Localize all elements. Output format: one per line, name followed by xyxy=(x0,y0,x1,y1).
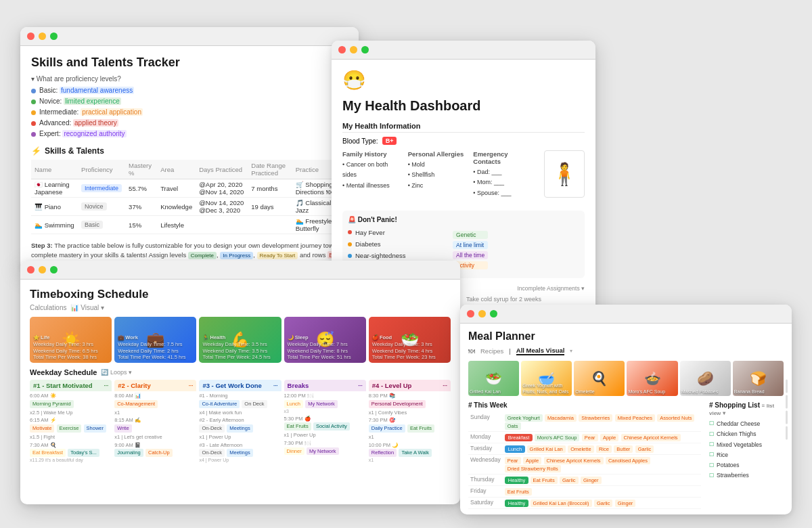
photo-health: 💪 🏃 Health Weekday Daily Time: 3.5 hrs W… xyxy=(199,317,281,363)
maximize-btn-win1[interactable] xyxy=(50,32,58,40)
body-diagram: 🧍 xyxy=(544,150,585,198)
week-row-thursday: Thursday Healthy Eat Fruits Garlic Ginge… xyxy=(468,475,701,486)
photo-sleep: 😴 🌙 Sleep Weekday Daily Time: 7 hrs Week… xyxy=(284,317,366,363)
meal-title: Meal Planner xyxy=(468,330,784,343)
col5-header: #4 - Level Up ··· xyxy=(369,380,451,391)
week-row-sunday: Sunday Greek Yoghurt Macadamia Strawberr… xyxy=(468,412,701,432)
schedule-cols: #1 - Start Motivated ··· 6:00 AM ☀️ Morn… xyxy=(30,380,451,464)
family-history-col: Family History xyxy=(342,150,403,158)
timeboxing-window: Timeboxing Schedule Calculations 📊 Visua… xyxy=(20,261,460,504)
close-btn-win2[interactable] xyxy=(338,46,346,53)
health-info-section: My Health Information Blood Type: B+ Fam… xyxy=(342,122,585,278)
sched-col-4: Breaks ··· 12:00 PM 🍽️ Lunch My Network … xyxy=(284,380,366,464)
allergies-col: Personal Allergies xyxy=(408,150,468,158)
vitruvian-placeholder: Family History • Cancer on both sides • … xyxy=(342,150,533,205)
minimize-btn-win1[interactable] xyxy=(39,32,46,40)
level-intermediate: Intermediate: practical application xyxy=(31,107,348,118)
shop-item-2: ☐ Chicken Thighs xyxy=(709,429,784,439)
level-expert: Expert: recognized authority xyxy=(31,129,348,139)
recipe-2: 🥣 Greek Yoghurt with Fruits, Nuts, and O… xyxy=(521,361,572,396)
shop-item-4: ☐ Rice xyxy=(709,450,784,460)
win4-content: Meal Planner 🍽 Recipes | All Meals Visua… xyxy=(460,324,792,514)
photo-grid: ☀️ ⭐ Life Weekday Daily Time: 3 hrs Week… xyxy=(30,317,451,363)
sched-col-2: #2 - Clarity ··· 8:00 AM 📊 Co-Management… xyxy=(114,380,196,464)
week-row-monday: Monday Breakfast Moro's AFC Soup Pear Ap… xyxy=(468,432,701,443)
recipe-photos: 🥗 Grilled Kai Lan 🥣 Greek Yoghurt with F… xyxy=(468,361,784,396)
skills-tracker-window: Skills and Talents Tracker ▾ What are pr… xyxy=(20,27,359,271)
this-week-section: # This Week Sunday Greek Yoghurt Macadam… xyxy=(468,401,701,514)
win1-title: Skills and Talents Tracker xyxy=(31,56,348,70)
skill-row-piano: 🎹 Piano Novice 37%Knowledge @Nov 14, 202… xyxy=(31,198,348,216)
col4-header: Breaks ··· xyxy=(284,380,366,391)
proficiency-question: ▾ What are proficiency levels? xyxy=(31,75,348,83)
proficiency-section: ▾ What are proficiency levels? Basic: fu… xyxy=(31,75,348,139)
close-btn-win4[interactable] xyxy=(467,310,474,317)
blood-type: Blood Type: B+ xyxy=(342,137,585,145)
shop-item-3: ☐ Mixed Vegetables xyxy=(709,440,784,450)
maximize-btn-win3[interactable] xyxy=(50,266,58,273)
close-btn-win1[interactable] xyxy=(27,32,35,40)
level-novice: Novice: limited experience xyxy=(31,96,348,107)
shopping-title: # Shopping List ≡ list view ▾ xyxy=(709,401,784,416)
minimize-btn-win3[interactable] xyxy=(39,266,46,273)
health-info-title: My Health Information xyxy=(342,122,585,133)
week-table: Sunday Greek Yoghurt Macadamia Strawberr… xyxy=(468,412,701,509)
week-row-wednesday: Wednesday Pear Apple Chinese Apricot Ker… xyxy=(468,455,701,475)
col2-header: #2 - Clarity ··· xyxy=(114,380,196,391)
skill-row-japanese: 🇯🇵 Learning Japanese Intermediate 55.7%T… xyxy=(31,179,348,198)
sched-col-5: #4 - Level Up ··· 8:30 PM 📚 Personal Dev… xyxy=(369,380,451,464)
health-title: My Health Dashboard xyxy=(342,98,585,114)
meal-planner-window: Meal Planner 🍽 Recipes | All Meals Visua… xyxy=(460,305,792,514)
recipe-1: 🥗 Grilled Kai Lan xyxy=(468,361,519,396)
col3-header: #3 - Get Work Done ··· xyxy=(199,380,281,391)
recipe-3: 🍳 Omelette xyxy=(574,361,625,396)
shopping-section: # Shopping List ≡ list view ▾ ☐ Cheddar … xyxy=(709,401,784,514)
skill-row-swimming: 🏊 Swimming Basic 15%Lifestyle 🏊 Freestyl… xyxy=(31,216,348,234)
win2-titlebar xyxy=(332,41,595,60)
blood-type-badge: B+ xyxy=(382,137,397,145)
sidebar-dots xyxy=(786,380,788,440)
win1-content: Skills and Talents Tracker ▾ What are pr… xyxy=(20,46,359,271)
sched-col-1: #1 - Start Motivated ··· 6:00 AM ☀️ Morn… xyxy=(30,380,112,464)
recipe-5: 🥔 Mashed Potatoes xyxy=(680,361,731,396)
shop-item-1: ☐ Cheddar Cheese xyxy=(709,419,784,429)
week-row-friday: Friday Eat Fruits xyxy=(468,486,701,498)
minimize-btn-win2[interactable] xyxy=(350,46,357,53)
shop-item-6: ☐ Strawberries xyxy=(709,470,784,481)
health-emoji: 😷 xyxy=(342,69,366,91)
shop-item-5: ☐ Potatoes xyxy=(709,460,784,470)
timebox-title: Timeboxing Schedule xyxy=(30,288,451,301)
meal-nav: 🍽 Recipes | All Meals Visual ▾ xyxy=(468,347,784,355)
recipe-6: 🍞 Banana Bread xyxy=(733,361,784,396)
close-btn-win3[interactable] xyxy=(27,266,35,273)
recipe-4: 🍲 Moro's AFC Soup xyxy=(627,361,677,396)
minimize-btn-win4[interactable] xyxy=(478,310,486,317)
win4-titlebar xyxy=(460,305,792,324)
skills-section-title: ⚡ Skills & Talents xyxy=(31,146,348,156)
timebox-subtitle: Calculations 📊 Visual ▾ xyxy=(30,304,451,311)
week-row-tuesday: Tuesday Lunch Grilled Kai Lan Omelette R… xyxy=(468,443,701,455)
week-title: # This Week xyxy=(468,401,701,409)
sched-col-3: #3 - Get Work Done ··· #1 - Morning Co-i… xyxy=(199,380,281,464)
photo-work: 💼 💼 Work Weekday Daily Time: 7.5 hrs Wee… xyxy=(114,317,196,363)
win1-titlebar xyxy=(20,27,359,46)
photo-life: ☀️ ⭐ Life Weekday Daily Time: 3 hrs Week… xyxy=(30,317,112,363)
maximize-btn-win4[interactable] xyxy=(490,310,497,317)
level-basic: Basic: fundamental awareness xyxy=(31,85,348,96)
emergency-col: Emergency Contacts xyxy=(473,150,533,165)
win3-titlebar xyxy=(20,261,460,280)
weekday-header: Weekday Schedule 🔄 Loops ▾ xyxy=(30,368,451,376)
win3-content: Timeboxing Schedule Calculations 📊 Visua… xyxy=(20,280,460,504)
shopping-list: ☐ Cheddar Cheese ☐ Chicken Thighs ☐ Mixe… xyxy=(709,419,784,481)
photo-food: 🥗 🍎 Food Weekday Daily Time: 3 hrs Weeke… xyxy=(369,317,451,363)
level-advanced: Advanced: applied theory xyxy=(31,118,348,129)
maximize-btn-win2[interactable] xyxy=(361,46,369,53)
week-row-saturday: Saturday Healthy Grilled Kai Lan (Brocco… xyxy=(468,498,701,509)
col1-header: #1 - Start Motivated ··· xyxy=(30,380,112,391)
skills-table: NameProficiencyMastery %Area Days Practi… xyxy=(31,160,348,234)
